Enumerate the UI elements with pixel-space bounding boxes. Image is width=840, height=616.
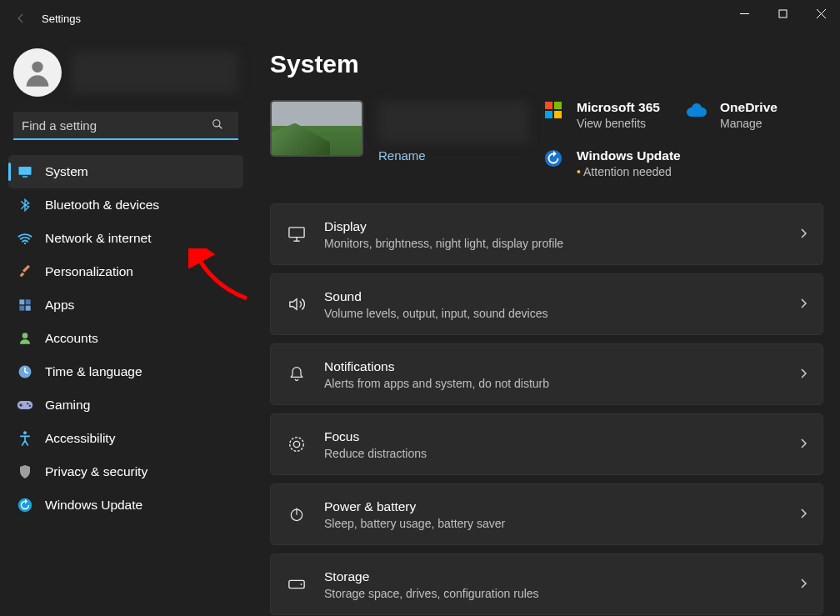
chevron-right-icon [801,298,808,311]
sidebar-item-label: Bluetooth & devices [45,198,159,213]
app-title: Settings [42,13,81,25]
chevron-right-icon [801,228,808,241]
monitor-icon [286,223,308,245]
sidebar-item-label: Accounts [45,331,98,346]
sidebar-item-network[interactable]: Network & internet [8,222,243,255]
svg-point-25 [290,438,304,452]
card-subtitle: Volume levels, output, input, sound devi… [324,307,784,320]
svg-rect-22 [289,228,304,238]
sidebar-item-gaming[interactable]: Gaming [8,388,243,422]
sidebar-item-bluetooth[interactable]: Bluetooth & devices [8,188,243,222]
card-title: Focus [324,429,784,444]
card-subtitle: Reduce distractions [324,447,784,460]
sidebar-item-accessibility[interactable]: Accessibility [8,422,243,455]
back-button[interactable] [8,6,33,31]
sidebar-item-label: Network & internet [45,231,152,246]
search-icon [212,118,223,133]
sidebar-item-apps[interactable]: Apps [8,288,243,322]
card-subtitle: Sleep, battery usage, battery saver [324,517,784,530]
svg-line-6 [219,126,222,129]
bell-icon [286,363,308,385]
sidebar-item-label: Windows Update [45,498,142,513]
card-display[interactable]: Display Monitors, brightness, night ligh… [270,203,823,265]
tile-title: Windows Update [577,148,820,163]
tile-title: Microsoft 365 [577,100,677,115]
minimize-button[interactable] [725,0,763,27]
nav-list: SystemBluetooth & devicesNetwork & inter… [5,148,247,528]
svg-point-19 [23,431,27,434]
svg-rect-7 [19,167,32,175]
windows-update-tile[interactable]: Windows Update Attention needed [577,148,820,178]
svg-point-9 [24,243,26,244]
maximize-button[interactable] [763,0,802,27]
onedrive-tile[interactable]: OneDrive Manage [720,100,820,130]
device-info-row: Rename Microsoft 365 View benefits OneDr… [270,100,823,178]
windows-update-icon [543,148,563,168]
onedrive-icon [687,100,707,120]
focus-icon [286,433,308,455]
shield-icon [17,463,33,480]
card-notifications[interactable]: Notifications Alerts from apps and syste… [270,343,823,405]
chevron-right-icon [801,578,808,591]
titlebar: Settings [0,0,840,37]
card-sound[interactable]: Sound Volume levels, output, input, soun… [270,273,823,335]
rename-link[interactable]: Rename [378,148,528,163]
svg-rect-13 [26,306,31,311]
sidebar-item-label: Gaming [45,398,90,413]
page-title: System [270,50,823,78]
svg-point-5 [213,120,220,127]
sidebar-item-label: Accessibility [45,431,115,446]
drive-icon [286,573,308,595]
avatar [13,48,62,97]
card-title: Notifications [324,359,784,374]
svg-point-26 [293,441,299,447]
profile-name-redacted [72,52,238,93]
card-title: Power & battery [324,499,784,514]
close-button[interactable] [802,0,840,27]
card-focus[interactable]: Focus Reduce distractions [270,413,823,475]
card-title: Sound [324,289,784,304]
svg-point-18 [29,405,31,407]
sidebar-item-personalization[interactable]: Personalization [8,255,243,288]
profile-header[interactable] [5,45,247,112]
settings-cards: Display Monitors, brightness, night ligh… [270,203,823,615]
card-subtitle: Monitors, brightness, night light, displ… [324,237,784,250]
device-name-redacted [378,102,528,143]
accessibility-icon [17,430,33,447]
ms365-tile[interactable]: Microsoft 365 View benefits [577,100,677,130]
chevron-right-icon [801,508,808,521]
sidebar-item-accounts[interactable]: Accounts [8,322,243,355]
sidebar-item-label: Personalization [45,264,133,279]
update-icon [17,497,33,513]
svg-rect-1 [779,10,787,18]
sidebar-item-privacy[interactable]: Privacy & security [8,455,243,488]
svg-rect-10 [19,299,24,304]
sidebar-item-label: Privacy & security [45,464,148,479]
bluetooth-icon [17,197,33,213]
svg-point-17 [27,403,28,404]
sidebar-item-update[interactable]: Windows Update [8,488,243,522]
sidebar-item-time[interactable]: Time & language [8,355,243,388]
apps-icon [17,297,33,313]
tile-sub: Manage [720,117,820,130]
card-title: Storage [324,569,784,584]
tile-title: OneDrive [720,100,820,115]
tile-sub: Attention needed [577,165,820,178]
search-input[interactable] [13,112,238,140]
sidebar: SystemBluetooth & devicesNetwork & inter… [0,37,250,616]
power-icon [286,503,308,525]
brush-icon [17,263,33,280]
ms365-icon [543,100,563,120]
window-controls [725,0,840,37]
chevron-right-icon [801,438,808,451]
svg-point-4 [32,62,42,73]
clock-icon [17,363,33,380]
sidebar-item-system[interactable]: System [8,155,243,188]
wallpaper-thumbnail[interactable] [270,100,363,157]
sidebar-item-label: Time & language [45,364,142,379]
svg-rect-8 [22,176,28,178]
person-icon [17,330,33,347]
card-power[interactable]: Power & battery Sleep, battery usage, ba… [270,483,823,545]
card-storage[interactable]: Storage Storage space, drives, configura… [270,553,823,615]
content-area: System Rename Microsoft 365 View benefit… [250,37,840,616]
